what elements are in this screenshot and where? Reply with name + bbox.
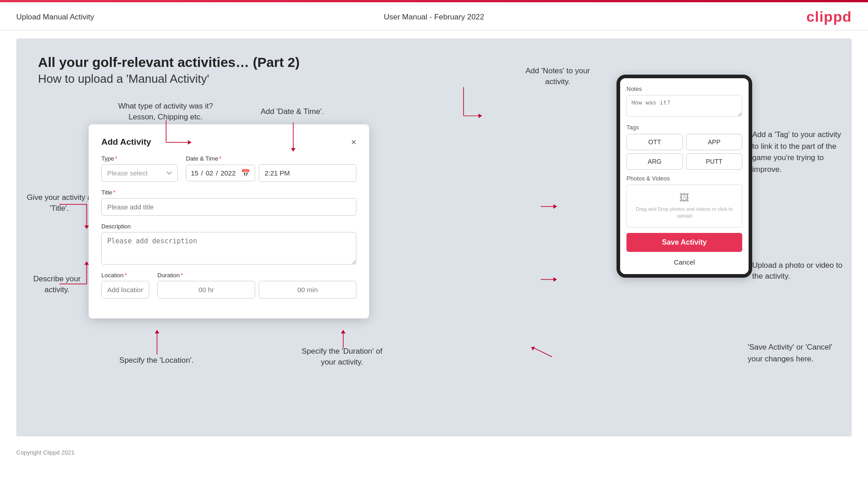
upload-text: Drag and Drop photos and videos or click…: [631, 206, 737, 220]
cancel-button[interactable]: Cancel: [626, 256, 742, 269]
phone-content: Notes Tags OTT APP ARG PUTT Photos & Vid…: [620, 78, 749, 274]
annotation-type: What type of activity was it? Lesson, Ch…: [116, 101, 215, 123]
type-label: Type*: [101, 155, 178, 162]
form-row-4: Location* Duration*: [101, 272, 356, 298]
page-label: Upload Manual Activity: [16, 13, 94, 22]
date-month: 02: [206, 169, 213, 177]
close-button[interactable]: ×: [351, 137, 356, 147]
svg-marker-23: [531, 347, 535, 351]
photos-label: Photos & Videos: [626, 175, 742, 182]
notes-label: Notes: [626, 85, 742, 92]
duration-label: Duration*: [157, 272, 356, 279]
tag-putt[interactable]: PUTT: [686, 153, 743, 170]
tag-ott[interactable]: OTT: [626, 134, 683, 150]
datetime-group: Date & Time* 15 / 02 / 2022 📅: [186, 155, 356, 182]
svg-marker-19: [554, 204, 557, 209]
dialog-title: Add Activity: [101, 137, 151, 147]
title-group: Title*: [101, 189, 356, 216]
svg-marker-21: [554, 277, 557, 282]
manual-label: User Manual - February 2022: [384, 13, 484, 22]
upload-icon: 🖼: [679, 192, 689, 204]
annotation-tag: Add a 'Tag' to your activity to link it …: [752, 129, 843, 175]
duration-inputs: [157, 281, 356, 298]
phone-mock: Notes Tags OTT APP ARG PUTT Photos & Vid…: [617, 75, 752, 278]
annotation-title: Give your activity a 'Title'.: [25, 192, 93, 214]
svg-marker-14: [341, 330, 346, 333]
form-row-3: Description: [101, 223, 356, 265]
location-group: Location*: [101, 272, 149, 298]
save-activity-button[interactable]: Save Activity: [626, 233, 742, 252]
copyright: Copyright Clippd 2021: [0, 445, 868, 460]
desc-group: Description: [101, 223, 356, 265]
annotation-upload: Upload a photo or video to the activity.: [752, 260, 843, 282]
form-row-2: Title*: [101, 189, 356, 216]
logo: clippd: [806, 9, 852, 25]
svg-marker-12: [155, 330, 159, 333]
annotation-datetime: Add 'Date & Time'.: [256, 106, 328, 117]
tag-app[interactable]: APP: [686, 134, 743, 150]
location-label: Location*: [101, 272, 149, 279]
form-row-1: Type* Please select Date & Time* 15 /: [101, 155, 356, 182]
annotation-notes: Add 'Notes' to your activity.: [517, 66, 598, 87]
date-sep1: /: [201, 169, 203, 177]
annotation-duration: Specify the 'Duration' of your activity.: [297, 346, 387, 368]
add-activity-dialog: Add Activity × Type* Please select Date …: [89, 124, 369, 318]
type-select[interactable]: Please select: [101, 164, 178, 182]
desc-label: Description: [101, 223, 356, 230]
main-content: All your golf-relevant activities… (Part…: [16, 38, 852, 436]
time-input[interactable]: [259, 164, 356, 182]
date-day: 15: [191, 169, 199, 177]
title-input[interactable]: [101, 198, 356, 216]
title-label: Title*: [101, 189, 356, 196]
tags-grid: OTT APP ARG PUTT: [626, 134, 742, 170]
type-group: Type* Please select: [101, 155, 178, 182]
duration-min-input[interactable]: [259, 281, 356, 298]
upload-area[interactable]: 🖼 Drag and Drop photos and videos or cli…: [626, 185, 742, 227]
annotation-save: 'Save Activity' or 'Cancel' your changes…: [748, 341, 843, 365]
annotation-desc: Describe your activity.: [25, 274, 89, 295]
phone-wrapper: Notes Tags OTT APP ARG PUTT Photos & Vid…: [617, 75, 752, 278]
duration-hr-input[interactable]: [157, 281, 255, 298]
datetime-label: Date & Time*: [186, 155, 356, 162]
annotation-location: Specify the 'Location'.: [116, 355, 197, 366]
top-bar: Upload Manual Activity User Manual - Feb…: [0, 2, 868, 30]
duration-group: Duration*: [157, 272, 356, 298]
tag-arg[interactable]: ARG: [626, 153, 683, 170]
tags-label: Tags: [626, 124, 742, 131]
notes-input[interactable]: [626, 95, 742, 117]
calendar-icon: 📅: [241, 169, 250, 177]
date-input[interactable]: 15 / 02 / 2022 📅: [186, 165, 255, 181]
svg-marker-17: [479, 114, 482, 118]
dialog-wrapper: Add Activity × Type* Please select Date …: [89, 124, 369, 318]
location-input[interactable]: [101, 281, 149, 298]
dialog-header: Add Activity ×: [101, 137, 356, 147]
desc-textarea[interactable]: [101, 232, 356, 265]
main-title: All your golf-relevant activities… (Part…: [38, 55, 830, 70]
svg-line-22: [534, 348, 552, 357]
date-sep2: /: [216, 169, 218, 177]
date-year: 2022: [221, 169, 236, 177]
